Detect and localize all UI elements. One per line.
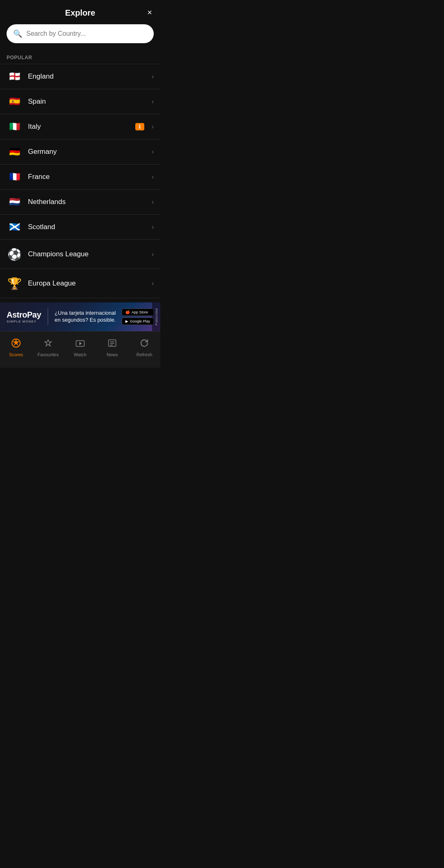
comp-name-champions-league: Champions League: [28, 250, 144, 258]
scores-label: Scores: [9, 352, 23, 357]
news-icon: [107, 338, 117, 350]
google-icon: ▶: [125, 319, 128, 323]
country-name-england: England: [28, 72, 144, 81]
ad-logo: AstroPay SIMPLE MONEY: [7, 310, 41, 323]
badge-italy: 1: [135, 123, 144, 130]
chevron-england: ›: [152, 73, 154, 80]
nav-item-favourites[interactable]: Favourites: [32, 336, 64, 360]
comp-name-europa-league: Europa League: [28, 279, 144, 288]
ad-app-stores: 🍎 App Store ▶ Google Play: [122, 309, 154, 325]
country-name-scotland: Scotland: [28, 223, 144, 231]
google-play-label: Google Play: [130, 319, 150, 323]
comp-icon-europa-league: 🏆: [7, 276, 22, 291]
list-item-spain[interactable]: 🇪🇸 Spain ›: [0, 89, 160, 114]
chevron-scotland: ›: [152, 223, 154, 231]
search-input[interactable]: [26, 30, 147, 37]
flag-germany: 🇩🇪: [7, 146, 22, 158]
watch-label: Watch: [74, 352, 87, 357]
ad-brand-sub: SIMPLE MONEY: [7, 320, 37, 323]
list-item-england[interactable]: 🏴󠁧󠁢󠁥󠁮󠁧󠁿 England ›: [0, 64, 160, 89]
list-item-netherlands[interactable]: 🇳🇱 Netherlands ›: [0, 189, 160, 214]
nav-item-scores[interactable]: Scores: [0, 336, 32, 360]
chevron-italy: ›: [152, 123, 154, 130]
news-label: News: [106, 352, 118, 357]
nav-item-watch[interactable]: Watch: [64, 336, 96, 360]
list-item-scotland[interactable]: 🏴󠁧󠁢󠁳󠁣󠁴󠁿 Scotland ›: [0, 214, 160, 239]
chevron-netherlands: ›: [152, 198, 154, 206]
list-item-europa-conference[interactable]: 🥇 Europa Conference League ›: [0, 298, 160, 302]
list-item-germany[interactable]: 🇩🇪 Germany ›: [0, 139, 160, 164]
page-title: Explore: [65, 8, 95, 18]
country-name-italy: Italy: [28, 123, 130, 131]
section-popular-label: POPULAR: [0, 50, 160, 64]
favourites-label: Favourites: [37, 352, 58, 357]
refresh-icon: [139, 338, 149, 350]
comp-icon-champions-league: ⚽: [7, 246, 22, 262]
chevron-germany: ›: [152, 148, 154, 155]
chevron-europa-league: ›: [152, 280, 154, 287]
country-name-germany: Germany: [28, 148, 144, 156]
search-box[interactable]: 🔍: [7, 24, 154, 43]
list-item-europa-league[interactable]: 🏆 Europa League ›: [0, 269, 160, 298]
app-store-badge[interactable]: 🍎 App Store: [122, 309, 154, 316]
apple-icon: 🍎: [125, 310, 130, 314]
flag-france: 🇫🇷: [7, 171, 22, 183]
flag-scotland: 🏴󠁧󠁢󠁳󠁣󠁴󠁿: [7, 221, 22, 233]
bottom-nav: Scores Favourites Watch News Refresh: [0, 331, 160, 368]
flag-italy: 🇮🇹: [7, 121, 22, 132]
competitions-list: ⚽ Champions League › 🏆 Europa League › 🥇…: [0, 239, 160, 302]
search-icon: 🔍: [13, 29, 22, 38]
ad-divider: [48, 309, 48, 325]
nav-item-news[interactable]: News: [96, 336, 128, 360]
country-name-france: France: [28, 173, 144, 181]
header: Explore ×: [0, 0, 160, 24]
favourites-icon: [43, 338, 53, 350]
country-name-netherlands: Netherlands: [28, 198, 144, 206]
ad-banner: AstroPay SIMPLE MONEY ¿Una tarjeta inter…: [0, 302, 160, 331]
chevron-champions-league: ›: [152, 251, 154, 258]
close-button[interactable]: ×: [146, 6, 154, 19]
list-item-france[interactable]: 🇫🇷 France ›: [0, 164, 160, 189]
scores-icon: [11, 338, 21, 350]
bottom-nav-items: Scores Favourites Watch News Refresh: [0, 336, 160, 360]
flag-england: 🏴󠁧󠁢󠁥󠁮󠁧󠁿: [7, 71, 22, 82]
ad-brand: AstroPay: [7, 310, 41, 320]
list-item-italy[interactable]: 🇮🇹 Italy 1 ›: [0, 114, 160, 139]
nav-item-refresh[interactable]: Refresh: [128, 336, 160, 360]
chevron-france: ›: [152, 173, 154, 181]
chevron-spain: ›: [152, 98, 154, 105]
scroll-area: 🏴󠁧󠁢󠁥󠁮󠁧󠁿 England › 🇪🇸 Spain › 🇮🇹 Italy 1 …: [0, 64, 160, 302]
list-item-champions-league[interactable]: ⚽ Champions League ›: [0, 239, 160, 269]
app-store-label: App Store: [132, 310, 148, 314]
countries-list: 🏴󠁧󠁢󠁥󠁮󠁧󠁿 England › 🇪🇸 Spain › 🇮🇹 Italy 1 …: [0, 64, 160, 239]
ad-text: ¿Una tarjeta internacional en segundos? …: [55, 310, 118, 324]
country-name-spain: Spain: [28, 97, 144, 106]
search-container: 🔍: [0, 24, 160, 50]
watch-icon: [75, 338, 85, 350]
google-play-badge[interactable]: ▶ Google Play: [122, 318, 154, 325]
ad-publicidad-label: Publicidad: [152, 302, 160, 331]
flag-spain: 🇪🇸: [7, 96, 22, 107]
flag-netherlands: 🇳🇱: [7, 196, 22, 208]
refresh-label: Refresh: [136, 352, 153, 357]
